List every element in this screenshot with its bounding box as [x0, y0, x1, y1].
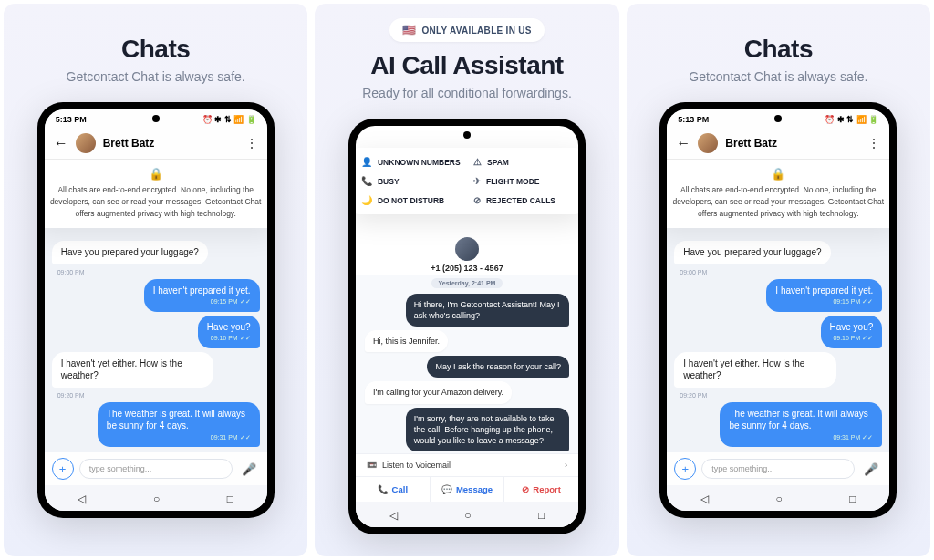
- chat-row: I haven't yet either. How is the weather…: [52, 352, 260, 388]
- nav-recent-icon[interactable]: □: [538, 509, 545, 522]
- lock-icon: 🔒: [47, 167, 265, 181]
- message-in[interactable]: I haven't yet either. How is the weather…: [52, 352, 214, 388]
- mic-button[interactable]: 🎤: [860, 458, 882, 480]
- voicemail-label: Listen to Voicemail: [382, 461, 451, 470]
- fwd-dnd[interactable]: 🌙DO NOT DISTURB: [361, 195, 461, 205]
- add-button[interactable]: +: [674, 458, 696, 480]
- chat-row: The weather is great. It will always be …: [52, 402, 260, 447]
- fwd-flight-mode[interactable]: ✈FLIGHT MODE: [473, 176, 573, 186]
- android-nav: ◁ ○ □: [356, 502, 578, 527]
- message-input[interactable]: type something...: [79, 459, 233, 479]
- mic-button[interactable]: 🎤: [238, 458, 260, 480]
- chevron-right-icon: ›: [565, 461, 567, 470]
- chat-header: ← Brett Batz ⋮: [45, 128, 267, 160]
- message-out[interactable]: The weather is great. It will always be …: [98, 402, 260, 447]
- encryption-text: All chats are end-to-end encrypted. No o…: [47, 184, 265, 219]
- camera-dot: [463, 131, 471, 139]
- message-text: The weather is great. It will always be …: [107, 409, 245, 431]
- chat-row: The weather is great. It will always be …: [674, 402, 882, 447]
- nav-recent-icon[interactable]: □: [849, 493, 856, 505]
- nav-back-icon[interactable]: ◁: [389, 509, 398, 522]
- person-icon: 👤: [361, 157, 372, 167]
- contact-name[interactable]: Brett Batz: [103, 137, 238, 150]
- chat-row: I haven't prepared it yet. 09:15 PM ✓✓: [674, 279, 882, 312]
- fwd-unknown-numbers[interactable]: 👤UNKNOWN NUMBERS: [361, 157, 461, 167]
- caller-message: Hi, this is Jennifer.: [365, 330, 448, 352]
- status-icons: ⏰ ✱ ⇅ 📶 🔋: [825, 115, 878, 124]
- message-button[interactable]: 💬Message: [430, 477, 505, 502]
- fwd-rejected[interactable]: ⊘REJECTED CALLS: [473, 195, 573, 205]
- timestamp: 09:16 PM ✓✓: [830, 334, 874, 342]
- message-input[interactable]: type something...: [701, 459, 855, 479]
- panel-assistant: 🇺🇸 ONLY AVAILABLE IN US AI Call Assistan…: [315, 4, 618, 556]
- warning-icon: ⚠: [473, 157, 482, 167]
- date-pill: Yesterday, 2:41 PM: [431, 278, 503, 288]
- caller-avatar[interactable]: [455, 237, 479, 261]
- back-icon[interactable]: ←: [676, 135, 690, 151]
- message-in[interactable]: Have you prepared your luggage?: [674, 241, 830, 264]
- message-out[interactable]: The weather is great. It will always be …: [720, 402, 882, 447]
- block-icon: ⊘: [522, 484, 529, 494]
- message-text: I haven't prepared it yet.: [153, 285, 251, 296]
- timestamp: 09:00 PM: [57, 269, 260, 275]
- status-time: 5:13 PM: [56, 115, 87, 124]
- timestamp: 09:00 PM: [680, 269, 882, 275]
- panel-title: Chats: [744, 35, 813, 64]
- message-text: The weather is great. It will always be …: [729, 409, 867, 431]
- avatar[interactable]: [698, 133, 718, 153]
- message-text: I haven't yet either. How is the weather…: [683, 358, 804, 381]
- phone-screen: 5:13 PM ⏰ ✱ ⇅ 📶 🔋 ← Brett Batz ⋮ 🔒 All c…: [45, 109, 267, 511]
- input-bar: + type something... 🎤: [45, 452, 267, 485]
- timestamp: 09:20 PM: [57, 392, 260, 399]
- lock-icon: 🔒: [669, 167, 887, 181]
- assistant-message: Hi there, I'm Getcontact Assistant! May …: [406, 294, 569, 327]
- message-out[interactable]: Have you? 09:16 PM ✓✓: [198, 316, 260, 348]
- message-text: I haven't prepared it yet.: [775, 285, 873, 296]
- assistant-message: I'm sorry, they are not available to tak…: [406, 408, 569, 451]
- message-out[interactable]: I haven't prepared it yet. 09:15 PM ✓✓: [144, 279, 260, 312]
- encryption-card: 🔒 All chats are end-to-end encrypted. No…: [667, 160, 889, 228]
- voicemail-row[interactable]: 📼Listen to Voicemail ›: [356, 453, 578, 477]
- message-text: Have you prepared your luggage?: [61, 247, 199, 257]
- voicemail-icon: 📼: [367, 461, 377, 470]
- avatar[interactable]: [76, 133, 96, 153]
- call-button[interactable]: 📞Call: [356, 477, 430, 502]
- phone-icon: 📞: [361, 176, 372, 186]
- status-time: 5:13 PM: [678, 115, 709, 124]
- actions-row: 📞Call 💬Message ⊘Report: [356, 477, 578, 502]
- message-out[interactable]: I haven't prepared it yet. 09:15 PM ✓✓: [766, 279, 882, 312]
- report-button[interactable]: ⊘Report: [504, 477, 578, 502]
- fwd-busy[interactable]: 📞BUSY: [361, 176, 461, 186]
- timestamp: 09:15 PM ✓✓: [775, 297, 873, 306]
- phone-mock: 👤UNKNOWN NUMBERS ⚠SPAM 📞BUSY ✈FLIGHT MOD…: [348, 119, 586, 534]
- add-button[interactable]: +: [52, 458, 74, 480]
- chat-row: Have you? 09:16 PM ✓✓: [52, 316, 260, 348]
- nav-home-icon[interactable]: ○: [464, 509, 471, 522]
- message-in[interactable]: Have you prepared your luggage?: [52, 241, 208, 264]
- nav-home-icon[interactable]: ○: [153, 493, 160, 505]
- menu-icon[interactable]: ⋮: [867, 136, 880, 150]
- phone-icon: 📞: [378, 484, 389, 494]
- message-out[interactable]: Have you? 09:16 PM ✓✓: [821, 316, 883, 348]
- nav-home-icon[interactable]: ○: [776, 493, 783, 505]
- contact-name[interactable]: Brett Batz: [725, 137, 860, 150]
- android-nav: ◁ ○ □: [667, 485, 889, 511]
- message-in[interactable]: I haven't yet either. How is the weather…: [674, 352, 836, 388]
- conversation: Yesterday, 2:41 PM Hi there, I'm Getcont…: [356, 275, 578, 453]
- availability-badge: 🇺🇸 ONLY AVAILABLE IN US: [389, 18, 545, 42]
- timestamp: 09:16 PM ✓✓: [207, 334, 251, 342]
- nav-back-icon[interactable]: ◁: [78, 493, 86, 505]
- back-icon[interactable]: ←: [54, 135, 68, 151]
- chat-row: Have you? 09:16 PM ✓✓: [674, 316, 882, 348]
- moon-icon: 🌙: [361, 195, 372, 205]
- menu-icon[interactable]: ⋮: [245, 136, 258, 150]
- airplane-icon: ✈: [473, 176, 481, 186]
- nav-recent-icon[interactable]: □: [227, 493, 234, 505]
- assistant-message: May I ask the reason for your call?: [427, 356, 569, 378]
- nav-back-icon[interactable]: ◁: [700, 493, 709, 505]
- chat-row: Have you prepared your luggage?: [52, 241, 260, 264]
- message-text: Have you?: [207, 322, 251, 332]
- phone-screen: 5:13 PM ⏰ ✱ ⇅ 📶 🔋 ← Brett Batz ⋮ 🔒 All c…: [667, 109, 889, 511]
- fwd-spam[interactable]: ⚠SPAM: [473, 157, 573, 167]
- message-text: I haven't yet either. How is the weather…: [61, 358, 182, 381]
